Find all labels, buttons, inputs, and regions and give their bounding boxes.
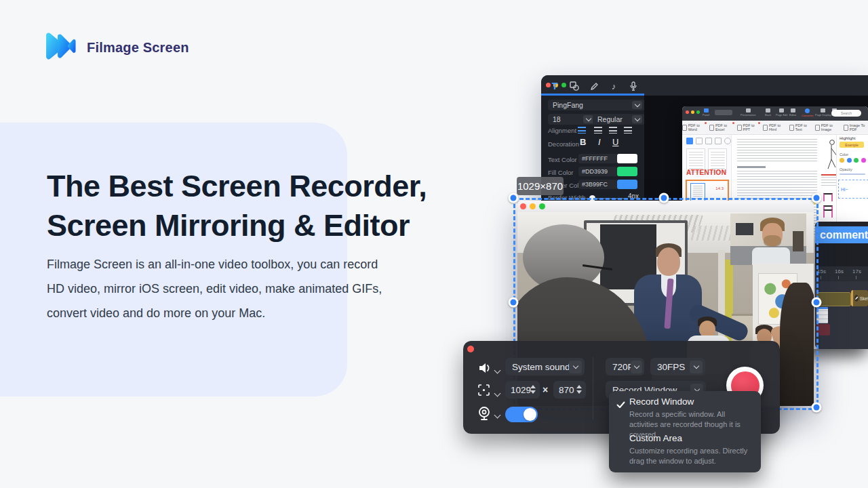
minimize-icon[interactable]	[691, 110, 694, 114]
italic-button[interactable]: I	[598, 137, 601, 147]
chevron-down-icon[interactable]	[494, 367, 501, 374]
comment-track-button[interactable]: comment	[815, 226, 868, 243]
audio-source-dropdown[interactable]: System sound	[505, 358, 585, 375]
outline-tab-icon[interactable]	[696, 138, 703, 144]
pdf-nav-back[interactable]: Back	[765, 108, 771, 117]
capture-area-icon[interactable]	[477, 384, 490, 399]
selection-handle-top-right[interactable]	[812, 193, 822, 203]
editor-icon	[791, 108, 795, 113]
pdf-nav-converter[interactable]: Converter	[802, 108, 814, 117]
color-dots	[840, 158, 867, 163]
annotations-tab-icon[interactable]	[705, 138, 712, 144]
font-size-dropdown[interactable]: 18	[548, 114, 596, 125]
chevron-down-icon[interactable]	[494, 412, 501, 419]
chevron-down-icon[interactable]	[632, 115, 642, 123]
border-color-value[interactable]: #3B99FC	[578, 180, 618, 189]
pencil-tool-icon[interactable]	[589, 81, 599, 92]
zoom-level-dropdown[interactable]	[715, 110, 732, 115]
pdf-nav-editor[interactable]: Editor	[789, 108, 796, 117]
selection-handle-top-middle[interactable]	[659, 193, 669, 203]
text-color-value[interactable]: #FFFFFF	[578, 154, 618, 163]
align-justify-icon[interactable]	[624, 127, 632, 134]
resolution-dropdown[interactable]: 720P	[606, 358, 644, 375]
brand-logo[interactable]: Filmage Screen	[45, 31, 189, 64]
opacity-label: Opacity	[840, 167, 852, 171]
selection-handle-middle-right[interactable]	[812, 298, 822, 308]
webcam-icon[interactable]	[477, 405, 492, 424]
custom-area-description: Customize recording areas. Directly drag…	[629, 446, 755, 466]
tick-label: 16s	[835, 268, 844, 274]
blue-color-dot[interactable]	[847, 158, 852, 163]
nav-label: Back	[765, 113, 771, 117]
excel-icon	[709, 125, 714, 131]
bookmarks-tab-icon[interactable]	[715, 138, 722, 144]
chevron-down-icon[interactable]	[583, 115, 593, 123]
close-icon[interactable]	[467, 346, 474, 352]
page-edit-icon	[779, 108, 784, 113]
align-right-icon[interactable]	[609, 127, 617, 134]
height-input[interactable]: 870	[553, 381, 586, 399]
panel-icon	[704, 108, 709, 113]
chevron-down-icon[interactable]	[569, 361, 582, 373]
chevron-down-icon[interactable]	[631, 361, 642, 373]
music-tool-icon[interactable]: ♪	[608, 81, 619, 92]
pdf-to-excel-button[interactable]: PDF to Excel	[709, 123, 732, 131]
height-stepper[interactable]	[576, 385, 582, 394]
selection-handle-bottom-right[interactable]	[812, 403, 822, 413]
font-weight-dropdown[interactable]: Regular	[593, 114, 645, 125]
pages-tab-icon[interactable]	[686, 138, 693, 144]
pdf-to-ppt-button[interactable]: PDF to PPT	[737, 123, 758, 131]
chevron-down-icon[interactable]	[632, 101, 642, 109]
selection-handle-middle-left[interactable]	[509, 298, 519, 308]
pdf-to-html-button[interactable]: PDF to Html	[763, 123, 785, 131]
menu-item-record-window[interactable]: Record Window	[629, 396, 694, 407]
webcam-toggle[interactable]	[505, 407, 538, 422]
search-input[interactable]: Search	[831, 110, 861, 117]
underline-button[interactable]: U	[612, 137, 618, 147]
timeline-clip[interactable]	[816, 292, 851, 306]
pdf-nav-page-edit[interactable]: Page Edit	[776, 108, 787, 117]
width-input[interactable]: 1029	[505, 381, 540, 399]
align-center-icon[interactable]	[594, 127, 602, 134]
pdf-to-image-button[interactable]: PDF to Image	[815, 123, 839, 131]
chevron-down-icon[interactable]	[690, 361, 703, 373]
video-timeline-window: comment 15s 16s 17s Sket	[815, 222, 868, 349]
convert-label: PDF to Image	[821, 123, 839, 131]
audio-clip[interactable]	[816, 324, 830, 336]
zoom-window-icon[interactable]	[696, 110, 700, 114]
yellow-color-dot[interactable]	[840, 158, 844, 163]
image-to-pdf-button[interactable]: Image To PDF	[844, 123, 868, 131]
search-tab-icon[interactable]	[724, 138, 731, 144]
fps-dropdown[interactable]: 30FPS	[650, 358, 705, 375]
font-family-dropdown[interactable]: PingFang	[548, 100, 645, 110]
shapes-tool-icon[interactable]	[569, 81, 580, 92]
brand-name: Filmage Screen	[87, 40, 189, 56]
text-tool-icon[interactable]: T	[549, 81, 560, 92]
fill-color-value[interactable]: #DD3939	[578, 167, 618, 176]
border-color-swatch[interactable]	[617, 180, 637, 189]
sketch-clip[interactable]: Sket	[851, 290, 868, 306]
text-color-swatch[interactable]	[617, 154, 637, 163]
bold-button[interactable]: B	[580, 137, 586, 147]
chevron-down-icon[interactable]	[494, 390, 501, 397]
align-left-icon[interactable]	[578, 127, 586, 134]
width-stepper[interactable]	[530, 385, 536, 394]
menu-item-custom-area[interactable]: Custom Area	[629, 433, 682, 443]
opacity-slider[interactable]	[840, 174, 865, 175]
font-weight-value: Regular	[597, 115, 623, 123]
speaker-icon[interactable]	[477, 361, 492, 378]
close-icon[interactable]	[686, 110, 689, 114]
pdf-to-word-button[interactable]: PDF to Word	[682, 123, 705, 131]
filmage-logo-icon	[45, 31, 77, 64]
pdf-panel-button[interactable]: Panel	[703, 108, 709, 117]
green-color-dot[interactable]	[854, 158, 859, 163]
text-annotation-box[interactable]: Hi~	[838, 180, 868, 199]
pdf-presentation-button[interactable]: Presentation	[741, 108, 755, 117]
magenta-color-dot[interactable]	[861, 158, 866, 163]
microphone-tool-icon[interactable]	[628, 81, 639, 92]
timeline-ruler[interactable]: 15s 16s 17s	[815, 266, 868, 281]
fill-color-swatch[interactable]	[617, 167, 637, 176]
pdf-to-text-button[interactable]: PDF to Text	[789, 123, 810, 131]
pdf-nav-page-display[interactable]: Page Display	[815, 108, 831, 117]
section-heading-line	[737, 166, 766, 168]
